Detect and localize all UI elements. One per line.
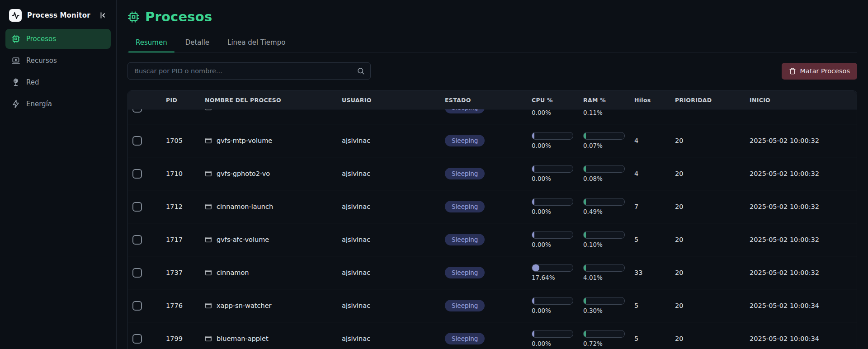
state-cell: Sleeping (445, 300, 532, 311)
cpu-bar (532, 330, 573, 338)
row-checkbox[interactable] (132, 202, 142, 212)
priority-cell: 20 (675, 170, 750, 177)
priority-cell: 20 (675, 137, 750, 144)
ram-cell: 0.30% (583, 297, 634, 314)
ram-bar (583, 132, 625, 140)
sidebar-item-label: Recursos (26, 57, 57, 65)
row-checkbox[interactable] (132, 268, 142, 278)
sidebar-item-label: Energía (26, 100, 52, 108)
sidebar-item-label: Procesos (26, 35, 56, 43)
sidebar-item-red[interactable]: Red (5, 72, 111, 92)
cpu-percent: 0.00% (532, 241, 583, 248)
cpu-percent: 0.00% (532, 142, 583, 149)
cpu-percent: 0.00% (532, 307, 583, 314)
cpu-cell: 0.00% (532, 109, 583, 116)
cpu-bar (532, 297, 573, 305)
row-checkbox[interactable] (132, 169, 142, 179)
controls-row: Matar Procesos (127, 62, 857, 80)
window-icon (205, 170, 212, 177)
main-content: Procesos Resumen Detalle Línea del Tiemp… (117, 0, 868, 349)
column-header-ram: RAM % (583, 97, 634, 104)
column-header-prioridad: PRIORIDAD (675, 97, 750, 104)
ram-bar (583, 165, 625, 173)
ram-cell: 0.08% (583, 165, 634, 182)
ram-percent: 0.10% (583, 241, 634, 248)
state-badge: Sleeping (445, 201, 485, 212)
table-row[interactable]: 1717 gvfs-afc-volume ajsivinac Sleeping … (128, 223, 857, 256)
sidebar-header: Process Monitor (0, 5, 116, 29)
start-cell: 2025-05-02 10:00:32 (750, 137, 857, 144)
state-badge: Sleeping (445, 168, 485, 179)
ram-bar (583, 297, 625, 305)
row-checkbox[interactable] (132, 109, 142, 113)
state-badge: Sleeping (445, 333, 485, 344)
table-row[interactable]: 1705 gvfs-mtp-volume ajsivinac Sleeping … (128, 124, 857, 157)
app-logo (9, 9, 22, 22)
ram-percent: 0.30% (583, 307, 634, 314)
sidebar-item-recursos[interactable]: Recursos (5, 51, 111, 71)
start-cell: 2025-05-02 10:00:32 (750, 236, 857, 243)
row-checkbox[interactable] (132, 136, 142, 146)
column-header-pid: PID (166, 97, 205, 104)
priority-cell: 20 (675, 302, 750, 309)
ram-bar (583, 231, 625, 239)
process-name-cell: blueman-applet (205, 335, 342, 342)
state-badge: Sleeping (445, 300, 485, 311)
cpu-chip-icon (11, 34, 20, 43)
process-name-cell: cinnamon-launch (205, 203, 342, 210)
process-name: gvfs-gphoto2-vo (217, 170, 270, 177)
table-row[interactable]: 1712 cinnamon-launch ajsivinac Sleeping … (128, 190, 857, 223)
priority-cell: 20 (675, 335, 750, 342)
table-row[interactable]: 1710 gvfs-gphoto2-vo ajsivinac Sleeping … (128, 157, 857, 190)
state-badge: Sleeping (445, 267, 485, 278)
kill-processes-button[interactable]: Matar Procesos (782, 63, 857, 80)
ram-percent: 4.01% (583, 274, 634, 281)
tab-detalle[interactable]: Detalle (178, 34, 217, 52)
state-badge: Sleeping (445, 234, 485, 245)
row-checkbox[interactable] (132, 334, 142, 344)
state-badge: Sleeping (445, 109, 485, 113)
row-checkbox[interactable] (132, 301, 142, 311)
priority-cell: 20 (675, 236, 750, 243)
table-row[interactable]: 1737 cinnamon ajsivinac Sleeping 17.64% … (128, 256, 857, 289)
state-cell: Sleeping (445, 168, 532, 179)
sidebar: Process Monitor Procesos Recursos Red En… (0, 0, 117, 349)
state-cell: Sleeping (445, 333, 532, 344)
process-name-cell: gvfs-mtp-volume (205, 137, 342, 144)
window-icon (205, 335, 212, 342)
threads-cell: 7 (634, 203, 675, 210)
process-name: cinnamon-launch (217, 203, 273, 210)
process-name-cell: gvfs-gphoto2-vo (205, 170, 342, 177)
panel-collapse-left-icon[interactable] (97, 9, 109, 21)
ram-cell: 0.11% (583, 109, 634, 116)
network-globe-icon (11, 78, 20, 87)
column-header-nombre: NOMBRE DEL PROCESO (205, 97, 342, 104)
threads-cell: 5 (634, 236, 675, 243)
row-checkbox[interactable] (132, 235, 142, 245)
sidebar-item-energia[interactable]: Energía (5, 94, 111, 114)
ram-cell: 4.01% (583, 264, 634, 281)
table-row[interactable]: Sleeping 0.00% 0.11% (128, 109, 857, 124)
column-header-inicio: INICIO (750, 97, 857, 104)
pid-cell: 1705 (166, 137, 205, 144)
table-body: Sleeping 0.00% 0.11% 1705 gvfs-mtp-volum… (128, 109, 857, 349)
window-icon (205, 109, 212, 111)
sidebar-item-procesos[interactable]: Procesos (5, 29, 111, 49)
cpu-cell: 0.00% (532, 231, 583, 248)
process-name-cell: cinnamon (205, 269, 342, 276)
column-header-estado: ESTADO (445, 97, 532, 104)
search-input[interactable] (128, 63, 370, 79)
table-row[interactable]: 1799 blueman-applet ajsivinac Sleeping 0… (128, 322, 857, 349)
threads-cell: 4 (634, 137, 675, 144)
ram-cell: 0.72% (583, 330, 634, 347)
user-cell: ajsivinac (342, 137, 445, 144)
tab-resumen[interactable]: Resumen (128, 34, 175, 52)
column-header-cpu: CPU % (532, 97, 583, 104)
table-row[interactable]: 1776 xapp-sn-watcher ajsivinac Sleeping … (128, 289, 857, 322)
window-icon (205, 137, 212, 144)
cpu-cell: 0.00% (532, 198, 583, 215)
process-name: gvfs-afc-volume (217, 236, 269, 243)
tab-linea-del-tiempo[interactable]: Línea del Tiempo (220, 34, 292, 52)
ram-percent: 0.49% (583, 208, 634, 215)
ram-bar (583, 198, 625, 206)
